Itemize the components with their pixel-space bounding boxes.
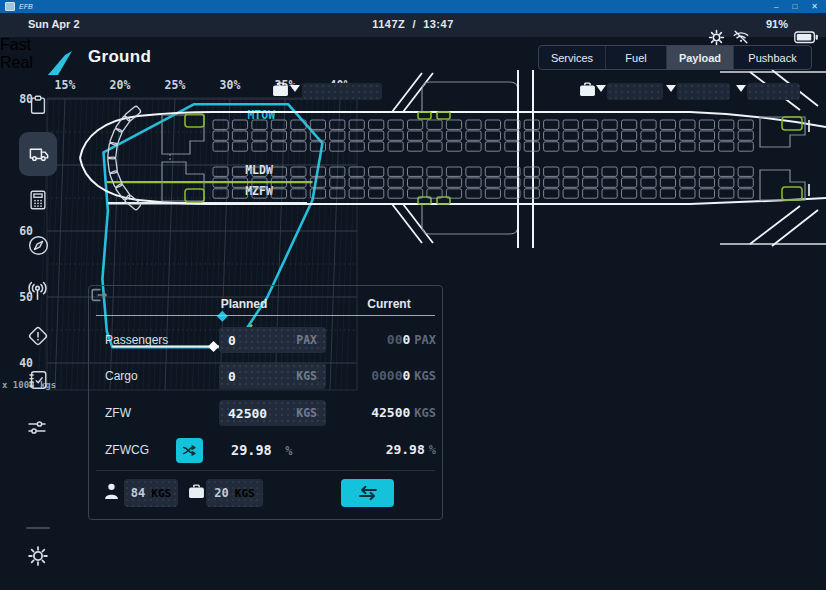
zfwcg-shuffle-button[interactable] (176, 438, 203, 463)
galley-outlines (162, 115, 805, 201)
zfwcg-value: 29.98 (231, 442, 272, 458)
cargo-aft2-input[interactable] (677, 83, 730, 100)
cargo-aft3-dropdown-caret[interactable] (736, 85, 746, 92)
cargo-fwd-dropdown-caret[interactable] (290, 85, 300, 92)
header-underline (96, 315, 435, 316)
clock-separator: / (412, 18, 416, 30)
current-unit: KGS (414, 369, 436, 383)
current-bright-digits: 0 (402, 368, 410, 383)
passenger-icon (104, 483, 119, 500)
cargo-aft2-dropdown-caret[interactable] (666, 85, 676, 92)
current-bright-digits: 42500 (371, 405, 410, 420)
battery-icon (794, 31, 819, 44)
bag-weight-value: 20 (214, 486, 228, 500)
sidebar-item-compass[interactable] (27, 234, 50, 257)
boarding-option-real[interactable]: Real (0, 54, 50, 72)
cargo-aft3-input[interactable] (747, 83, 800, 100)
sidebar-item-warning[interactable] (26, 324, 50, 348)
tab-services[interactable]: Services (539, 46, 605, 69)
briefcase-icon (272, 82, 289, 97)
tab-payload[interactable]: Payload (666, 46, 733, 69)
current-unit: KGS (414, 406, 436, 420)
current-unit: PAX (414, 333, 436, 347)
cargo-unit: KGS (296, 369, 317, 383)
current-bright-digits: 0 (402, 332, 410, 347)
sidebar-item-clipboard[interactable] (27, 94, 49, 116)
passengers-unit: PAX (296, 333, 317, 347)
wing-spar-lines (518, 70, 533, 248)
zfw-unit: KGS (296, 406, 317, 420)
shuffle-icon (181, 443, 198, 458)
current-unit: % (429, 443, 436, 457)
zfwcg-label: ZFWCG (105, 437, 149, 463)
export-icon (89, 286, 109, 304)
transfer-arrows-icon (355, 484, 381, 502)
sidebar-item-ground-vehicle[interactable] (28, 143, 51, 166)
current-dim-digits: 00 (387, 332, 403, 347)
sidebar-settings-gear-icon[interactable] (27, 545, 49, 567)
passengers-value: 0 (228, 333, 236, 348)
app-icon (5, 2, 15, 11)
cargo-current: 00000KGS (371, 363, 436, 389)
zfw-label: ZFW (105, 400, 131, 426)
current-column-header: Current (334, 297, 444, 311)
wing-leading-edge-lines (392, 73, 433, 243)
passengers-input[interactable]: 0 PAX (219, 327, 326, 353)
zfwcg-unit: % (285, 444, 292, 458)
current-bright-digits: 29.98 (386, 442, 425, 457)
cargo-aft1-dropdown-caret[interactable] (596, 85, 606, 92)
window-title: EFB (19, 3, 33, 10)
sidebar-divider (26, 527, 50, 529)
panel-divider (96, 470, 435, 471)
wifi-off-icon (732, 28, 750, 46)
bag-weight-unit: KGS (235, 487, 255, 500)
local-time: 13:47 (423, 18, 454, 30)
maximize-button[interactable]: □ (792, 0, 797, 13)
zfwcg-current: 29.98% (386, 437, 436, 463)
utc-time: 1147Z (372, 18, 405, 30)
gear-icon[interactable] (708, 29, 725, 46)
bag-weight-input[interactable]: 20 KGS (206, 479, 263, 507)
sidebar-item-calculator[interactable] (27, 189, 49, 211)
window-titlebar: EFB – □ ✕ (0, 0, 826, 13)
sidebar-item-radio[interactable] (25, 279, 50, 304)
cargo-label: Cargo (105, 363, 138, 389)
svg-text:40: 40 (19, 356, 33, 370)
page-title: Ground (88, 47, 151, 67)
efb-app-window: EFB – □ ✕ Sun Apr 2 1147Z / 13:47 91% (0, 0, 826, 590)
cargo-input[interactable]: 0 KGS (219, 363, 326, 389)
pax-weight-unit: KGS (151, 487, 171, 500)
passengers-current: 000PAX (387, 327, 436, 353)
cargo-fwd-input[interactable] (302, 83, 382, 100)
status-clock: 1147Z / 13:47 (0, 18, 826, 30)
svg-text:15%: 15% (55, 78, 76, 92)
ground-tabs: Services Fuel Payload Pushback (538, 45, 812, 70)
boarding-option-fast[interactable]: Fast (0, 36, 50, 54)
zfw-current: 42500KGS (371, 400, 436, 426)
tab-pushback[interactable]: Pushback (733, 46, 811, 69)
zfw-value: 42500 (228, 406, 267, 421)
tab-fuel[interactable]: Fuel (605, 46, 666, 69)
passengers-label: Passengers (105, 327, 168, 353)
planned-column-header: Planned (189, 297, 299, 311)
zfwcg-planned: 29.98 % (231, 437, 293, 464)
cargo-aft1-input[interactable] (607, 83, 663, 100)
sidebar-item-checklist[interactable] (27, 369, 49, 391)
airline-logo (46, 50, 72, 77)
cargo-value: 0 (228, 369, 236, 384)
zfw-input[interactable]: 42500 KGS (219, 400, 326, 426)
payload-panel: Planned Current Passengers 0 PAX 000PAX … (88, 285, 443, 520)
current-dim-digits: 0000 (371, 368, 402, 383)
battery-percentage: 91% (756, 18, 788, 30)
status-bar: Sun Apr 2 1147Z / 13:47 91% (0, 13, 826, 37)
wing-root-outline (422, 82, 518, 234)
minimize-button[interactable]: – (774, 0, 778, 13)
briefcase-icon (579, 82, 596, 97)
close-button[interactable]: ✕ (811, 0, 818, 13)
transfer-button[interactable] (341, 479, 394, 507)
sidebar-item-sliders[interactable] (25, 416, 49, 440)
bag-icon (188, 484, 205, 499)
pax-weight-input[interactable]: 84 KGS (124, 479, 178, 507)
pax-weight-value: 84 (131, 486, 145, 500)
seat-map (213, 120, 753, 198)
